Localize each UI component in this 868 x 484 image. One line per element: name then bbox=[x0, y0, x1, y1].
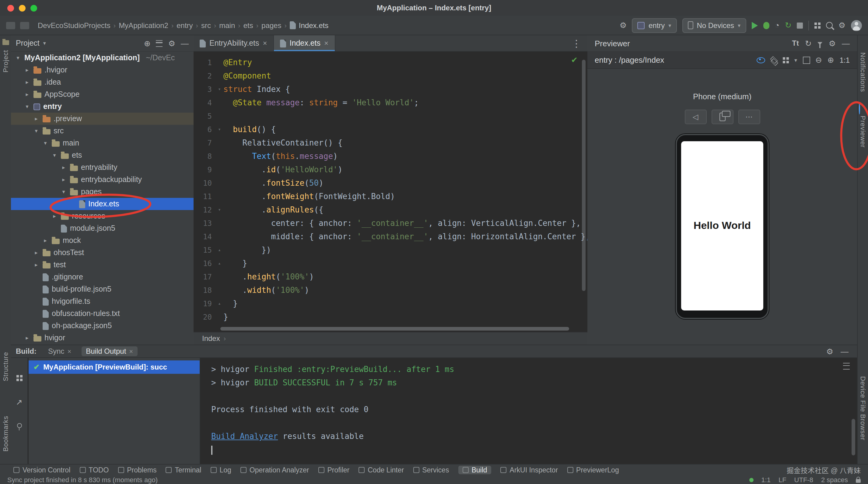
line-number[interactable]: 1 bbox=[193, 56, 215, 69]
chevron-icon[interactable]: ▸ bbox=[24, 79, 30, 85]
toolwindow-button-version-control[interactable]: Version Control bbox=[13, 466, 70, 474]
profiler-icon[interactable]: ◔ bbox=[775, 21, 779, 29]
tree-item-hvigorfile-ts[interactable]: hvigorfile.ts bbox=[11, 295, 193, 307]
line-number[interactable]: 14 bbox=[193, 230, 215, 244]
settings-gear-icon[interactable]: ⚙ bbox=[838, 21, 845, 29]
fold-marker-icon[interactable]: ▴ bbox=[215, 244, 223, 257]
tree-item-entrybackupability[interactable]: ▸entrybackupability bbox=[11, 174, 193, 186]
stop-button[interactable] bbox=[797, 22, 803, 28]
tree-item-pages[interactable]: ▾pages bbox=[11, 186, 193, 198]
right-stripe-device-file-browser-tab[interactable]: Device File Browser bbox=[860, 376, 867, 441]
close-window-button[interactable] bbox=[7, 5, 14, 11]
close-icon[interactable]: × bbox=[67, 347, 71, 355]
chevron-icon[interactable]: ▾ bbox=[51, 152, 58, 158]
build-task-row[interactable]: ✔ MyApplication [PreviewBuild]: succ bbox=[29, 360, 200, 374]
editor-tab-entryability-ets[interactable]: EntryAbility.ets× bbox=[193, 35, 274, 51]
tree-item-test[interactable]: ▸test bbox=[11, 259, 193, 271]
indent-setting[interactable]: 2 spaces bbox=[821, 476, 848, 483]
minimize-window-button[interactable] bbox=[19, 5, 26, 11]
line-number[interactable]: 13 bbox=[193, 217, 215, 230]
more-options-button[interactable]: ⋯ bbox=[738, 110, 760, 124]
search-icon[interactable] bbox=[826, 22, 833, 29]
line-number[interactable]: 6 bbox=[193, 123, 215, 137]
tree-item-preview[interactable]: ▸.preview bbox=[11, 113, 193, 125]
line-number[interactable]: 8 bbox=[193, 150, 215, 163]
line-number[interactable]: 3 bbox=[193, 83, 215, 96]
toolwindow-button-operation-analyzer[interactable]: Operation Analyzer bbox=[241, 466, 309, 474]
tree-item-resources[interactable]: ▸resources bbox=[11, 210, 193, 222]
fit-frame-icon[interactable] bbox=[803, 56, 810, 64]
close-icon[interactable]: × bbox=[263, 39, 267, 48]
tree-item-idea[interactable]: ▸.idea bbox=[11, 76, 193, 88]
right-stripe-notifications-tab[interactable]: Notifications bbox=[860, 52, 867, 92]
code-editor[interactable]: 1@Entry2@Component3▾struct Index {4 @Sta… bbox=[193, 52, 587, 331]
chevron-icon[interactable]: ▸ bbox=[33, 116, 39, 122]
chevron-icon[interactable]: ▾ bbox=[33, 128, 39, 134]
breadcrumb-item-myapplication2[interactable]: MyApplication2 bbox=[119, 21, 168, 30]
toolwindow-button-services[interactable]: Services bbox=[413, 466, 449, 474]
status-message[interactable]: Sync project finished in 8 s 830 ms (mom… bbox=[7, 476, 158, 483]
editor-breadcrumb-item[interactable]: Index bbox=[202, 334, 220, 343]
rerun-icon[interactable]: ↻ bbox=[785, 21, 792, 29]
chevron-icon[interactable]: ▾ bbox=[42, 140, 49, 146]
project-tab-icon[interactable] bbox=[2, 40, 9, 45]
breadcrumb-item-main[interactable]: main bbox=[219, 21, 235, 30]
toolbar-window-icon[interactable] bbox=[20, 22, 29, 29]
fold-marker-icon[interactable]: ▾ bbox=[215, 123, 223, 137]
chevron-down-icon[interactable]: ▾ bbox=[43, 40, 46, 46]
previewer-tab-icon[interactable] bbox=[859, 103, 860, 115]
font-size-icon[interactable]: Tt bbox=[792, 39, 799, 48]
line-number[interactable]: 2 bbox=[193, 69, 215, 83]
line-number[interactable]: 17 bbox=[193, 270, 215, 284]
hide-panel-icon[interactable]: — bbox=[842, 39, 850, 47]
tree-item-src[interactable]: ▾src bbox=[11, 125, 193, 137]
close-icon[interactable]: × bbox=[129, 347, 133, 355]
line-number[interactable]: 12 bbox=[193, 203, 215, 217]
zoom-in-icon[interactable]: ⊕ bbox=[828, 56, 834, 64]
file-encoding[interactable]: UTF-8 bbox=[794, 476, 813, 483]
build-tab-sync[interactable]: Sync× bbox=[44, 346, 75, 356]
tree-item-ohostest[interactable]: ▸ohosTest bbox=[11, 247, 193, 259]
line-number[interactable]: 19 bbox=[193, 297, 215, 310]
phone-screen[interactable]: Hello World bbox=[681, 141, 763, 310]
build-tab-build-output[interactable]: Build Output× bbox=[82, 346, 137, 356]
chevron-icon[interactable]: ▸ bbox=[60, 177, 67, 183]
toolwindow-button-log[interactable]: Log bbox=[210, 466, 231, 474]
line-number[interactable]: 10 bbox=[193, 177, 215, 190]
breadcrumb-item-devecostudioprojects[interactable]: DevEcoStudioProjects bbox=[38, 21, 111, 30]
toolwindow-button-previewerlog[interactable]: PreviewerLog bbox=[567, 466, 619, 474]
tree-item-module-json5[interactable]: module.json5 bbox=[11, 222, 193, 234]
close-icon[interactable]: × bbox=[324, 39, 329, 48]
breadcrumb-item-pages[interactable]: pages bbox=[261, 21, 281, 30]
toolwindow-button-profiler[interactable]: Profiler bbox=[318, 466, 349, 474]
tree-item-hvigor[interactable]: ▸hvigor bbox=[11, 332, 193, 344]
chevron-icon[interactable]: ▸ bbox=[24, 91, 30, 97]
toolwindow-button-build[interactable]: Build bbox=[458, 466, 491, 474]
line-number[interactable]: 11 bbox=[193, 190, 215, 203]
tree-item-hvigor[interactable]: ▸.hvigor bbox=[11, 64, 193, 76]
toolwindow-button-todo[interactable]: TODO bbox=[80, 466, 108, 474]
build-console[interactable]: > hvigor Finished :entry:PreviewBuild...… bbox=[200, 358, 857, 464]
zoom-level[interactable]: 1:1 bbox=[840, 56, 850, 64]
left-stripe-project-tab[interactable]: Project bbox=[2, 50, 9, 72]
chevron-icon[interactable]: ▾ bbox=[24, 103, 30, 110]
hide-panel-icon[interactable]: — bbox=[841, 347, 848, 355]
zoom-window-button[interactable] bbox=[30, 5, 37, 11]
tree-item-obfuscation-rules-txt[interactable]: obfuscation-rules.txt bbox=[11, 307, 193, 320]
toolwindow-button-arkui-inspector[interactable]: ArkUI Inspector bbox=[501, 466, 558, 474]
fold-marker-icon[interactable]: ▴ bbox=[215, 257, 223, 270]
breadcrumb-file[interactable]: Index.ets bbox=[290, 21, 329, 30]
tree-item-gitignore[interactable]: .gitignore bbox=[11, 271, 193, 283]
fold-marker-icon[interactable]: ▴ bbox=[215, 297, 223, 310]
left-stripe-bookmarks-tab[interactable]: Bookmarks bbox=[2, 416, 9, 451]
tree-item-myapplication2-myapplication[interactable]: ▾MyApplication2 [MyApplication] ~/DevEc bbox=[11, 52, 193, 64]
build-analyzer-link[interactable]: Build Analyzer bbox=[211, 432, 278, 441]
gear-icon[interactable]: ⚙ bbox=[168, 39, 175, 47]
open-in-new-icon[interactable]: ↗ bbox=[16, 398, 23, 406]
inspection-ok-icon[interactable]: ✔ bbox=[571, 55, 578, 64]
breadcrumb-item-ets[interactable]: ets bbox=[244, 21, 253, 30]
line-number[interactable]: 9 bbox=[193, 163, 215, 177]
collapse-all-icon[interactable] bbox=[156, 40, 163, 47]
gear-icon[interactable]: ⚙ bbox=[829, 39, 836, 47]
chevron-icon[interactable]: ▸ bbox=[42, 237, 49, 244]
